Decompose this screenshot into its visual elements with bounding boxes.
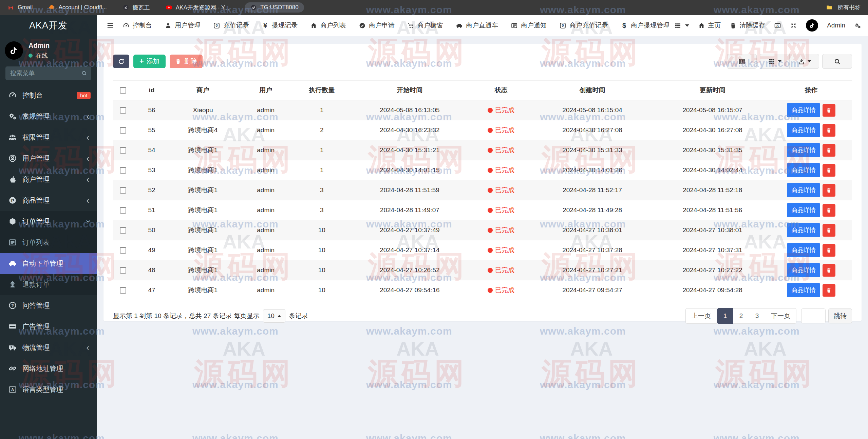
jump-button[interactable]: 跳转 (828, 308, 852, 323)
all-bookmarks-label[interactable]: 所有书签 (837, 4, 861, 12)
bookmark-cloudflare-account[interactable]: Account | Cloudfl... (48, 4, 107, 11)
topnav-item-withdraw-records[interactable]: ¥提现记录 (262, 21, 298, 30)
topnav-item-merchant-apply[interactable]: 商户申请 (359, 21, 395, 30)
page-button-3[interactable]: 3 (749, 308, 765, 324)
product-detail-button[interactable]: 商品详情 (787, 123, 820, 137)
bookmark-banwagong[interactable]: 搬瓦工 (122, 4, 150, 12)
product-detail-button[interactable]: 商品详情 (787, 143, 820, 157)
page-size-dropdown[interactable]: 10 (263, 309, 285, 323)
row-checkbox[interactable] (120, 187, 126, 194)
fullscreen-button[interactable] (790, 22, 797, 29)
account-menu[interactable]: Admin (827, 22, 845, 29)
product-detail-button[interactable]: 商品详情 (787, 203, 820, 217)
check-circle-icon (359, 22, 366, 29)
row-checkbox[interactable] (120, 127, 126, 134)
detail-view-button[interactable] (727, 54, 757, 69)
product-detail-button[interactable]: 商品详情 (787, 223, 820, 237)
delete-row-button[interactable] (823, 124, 835, 137)
columns-dropdown-button[interactable] (760, 54, 790, 69)
jump-page-input[interactable] (801, 308, 826, 323)
delete-button[interactable]: 删除 (170, 55, 203, 68)
product-detail-button[interactable]: 商品详情 (787, 283, 820, 297)
caret-down-icon (808, 60, 811, 62)
delete-row-button[interactable] (823, 164, 835, 177)
home-link[interactable]: 主页 (698, 21, 721, 30)
row-checkbox[interactable] (120, 147, 126, 154)
topnav-item-merchant-list[interactable]: 商户列表 (310, 21, 346, 30)
sidebar-item-merchant-management[interactable]: 商户管理‹ (0, 169, 97, 190)
next-page-button[interactable]: 下一页 (765, 308, 796, 324)
sidebar-item-ad-management[interactable]: 广告管理 (0, 316, 97, 337)
refresh-icon (118, 58, 125, 65)
add-button[interactable]: + 添加 (133, 55, 166, 68)
topnav-item-merchant-recharge-records[interactable]: 0商户充值记录 (559, 21, 608, 30)
column-header-id: id (133, 81, 171, 100)
sidebar-item-language-type-management[interactable]: A语言类型管理 (0, 379, 97, 400)
product-detail-button[interactable]: 商品详情 (787, 263, 820, 277)
product-detail-button[interactable]: 商品详情 (787, 103, 820, 117)
sidebar-item-order-list[interactable]: 订单列表 (0, 232, 97, 253)
topnav-item-user-management[interactable]: 用户管理 (165, 21, 201, 30)
content-area: + 添加 删除 (97, 36, 868, 439)
sidebar-search-input[interactable] (10, 69, 81, 77)
trash-icon (826, 187, 832, 193)
page-button-2[interactable]: 2 (733, 308, 749, 324)
language-button[interactable]: A (774, 22, 781, 29)
bookmark-gmail[interactable]: Gmail (7, 4, 33, 11)
row-checkbox[interactable] (120, 207, 126, 214)
delete-row-button[interactable] (823, 284, 835, 297)
clear-cache-button[interactable]: 清除缓存 (730, 21, 765, 30)
prev-page-button[interactable]: 上一页 (685, 308, 717, 324)
sidebar-item-general-management[interactable]: 常规管理‹ (0, 106, 97, 127)
topnav-item-recharge-records[interactable]: 0充值记录 (213, 21, 249, 30)
topnav-item-label: 控制台 (133, 21, 152, 30)
row-checkbox[interactable] (120, 107, 126, 114)
bookmark-aka-resource[interactable]: AKA开发资源网 - Y... (166, 4, 229, 12)
row-checkbox[interactable] (120, 267, 126, 274)
row-checkbox[interactable] (120, 167, 126, 174)
bookmark-tg-usdt[interactable]: TG:USDT8080 (245, 2, 304, 13)
bookmarks-right: 所有书签 (819, 4, 861, 12)
refresh-button[interactable] (113, 55, 129, 68)
select-all-checkbox[interactable] (120, 87, 126, 94)
cell-user: admin (235, 280, 296, 300)
sidebar-item-auto-order-management[interactable]: 自动下单管理 (0, 253, 97, 274)
topnav-item-merchant-withdraw-management[interactable]: $商户提现管理 (621, 21, 669, 30)
sidebar-item-refund-orders[interactable]: 退款订单 (0, 274, 97, 295)
delete-row-button[interactable] (823, 104, 835, 117)
column-header-updated-time: 更新时间 (655, 81, 770, 100)
export-dropdown-button[interactable] (789, 54, 819, 69)
delete-row-button[interactable] (823, 244, 835, 257)
gauge-icon (8, 91, 17, 100)
topnav-item-merchant-showcase[interactable]: 商户橱窗 (407, 21, 443, 30)
sidebar-item-logistics-management[interactable]: 物流管理‹ (0, 337, 97, 358)
row-checkbox[interactable] (120, 227, 126, 234)
product-detail-button[interactable]: 商品详情 (787, 243, 820, 257)
sidebar-item-network-address-management[interactable]: 网络地址管理 (0, 358, 97, 379)
hamburger-menu-button[interactable] (103, 19, 117, 32)
product-detail-button[interactable]: 商品详情 (787, 163, 820, 177)
sidebar-item-qa-management[interactable]: ?问答管理 (0, 295, 97, 316)
row-checkbox[interactable] (120, 247, 126, 254)
table-search-button[interactable] (822, 54, 852, 69)
row-checkbox[interactable] (120, 287, 126, 294)
delete-row-button[interactable] (823, 264, 835, 277)
page-button-1[interactable]: 1 (717, 308, 733, 324)
delete-row-button[interactable] (823, 184, 835, 197)
delete-row-button[interactable] (823, 144, 835, 157)
delete-row-button[interactable] (823, 204, 835, 217)
topnav-item-dashboard[interactable]: 控制台 (122, 21, 152, 30)
product-detail-button[interactable]: 商品详情 (787, 183, 820, 197)
topnav-item-merchant-express[interactable]: 商户直通车 (456, 21, 498, 30)
list-dropdown-button[interactable] (674, 22, 689, 29)
delete-row-button[interactable] (823, 224, 835, 237)
sidebar-item-permission-management[interactable]: 权限管理‹ (0, 127, 97, 148)
sidebar-item-product-management[interactable]: P商品管理‹ (0, 190, 97, 211)
topnav-item-merchant-notice[interactable]: 商户通知 (511, 21, 547, 30)
sidebar-item-user-management[interactable]: 用户管理‹ (0, 148, 97, 169)
sidebar-item-dashboard[interactable]: 控制台hot (0, 85, 97, 106)
avatar[interactable] (806, 19, 818, 32)
settings-gear-button[interactable] (854, 22, 861, 29)
topnav-item-label: 商户直通车 (466, 21, 498, 30)
sidebar-item-order-management[interactable]: 订单管理‹ (0, 211, 97, 232)
